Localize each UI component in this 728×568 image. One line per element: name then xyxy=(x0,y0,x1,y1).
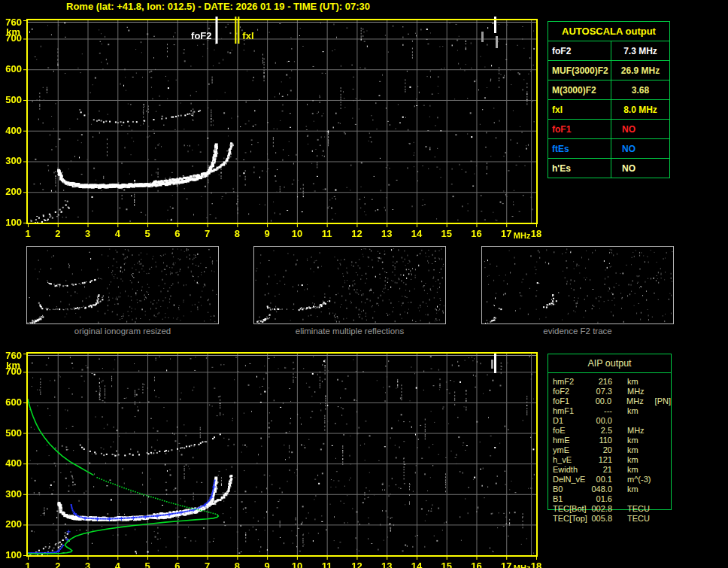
parameter-label: ftEs xyxy=(548,139,611,158)
autoscala-row-m-3000-f2: M(3000)F23.68 xyxy=(548,80,669,99)
parameter-value: 3.68 xyxy=(611,80,669,99)
aip-unit: MHz xyxy=(626,396,655,406)
aip-extra: [PN] xyxy=(655,396,671,406)
aip-unit xyxy=(627,494,656,504)
autoscala-row-muf-3000-f2: MUF(3000)F226.9 MHz xyxy=(548,60,669,80)
aip-label: DelN_vE xyxy=(553,475,587,484)
aip-row-b0: B0048.0km xyxy=(553,484,671,494)
aip-value: 110 xyxy=(587,436,612,445)
aip-label: TEC[Bot] xyxy=(553,504,587,514)
autoscala-row-h-es: h'EsNO xyxy=(548,158,669,178)
aip-value: 00.1 xyxy=(587,475,612,484)
aip-unit: km xyxy=(627,484,656,494)
aip-label: foF1 xyxy=(553,396,587,406)
thumbnail-original-ionogram xyxy=(26,246,219,324)
aip-row-h-ve: h_vE121km xyxy=(553,455,671,465)
aip-row-hme: hmE110km xyxy=(553,436,671,445)
page-title: Rome (lat: +41.8, lon: 012.5) - DATE: 20… xyxy=(66,1,370,12)
autoscala-table-rows: foF27.3 MHzMUF(3000)F226.9 MHzM(3000)F23… xyxy=(548,41,669,178)
parameter-value: NO xyxy=(611,120,669,138)
bottom-ionogram-chart xyxy=(0,346,545,568)
aip-output-table: AIP output hmF2216kmfoF207.3MHzfoF100.0M… xyxy=(548,354,672,510)
aip-unit: TECU xyxy=(627,504,656,514)
autoscala-row-fof1: foF1NO xyxy=(548,119,669,138)
aip-row-foe: foE2.5MHz xyxy=(553,426,671,436)
aip-value: 01.6 xyxy=(587,494,612,504)
thumbnail-evidence-canvas xyxy=(482,247,673,323)
aip-row-deln-ve: DelN_vE00.1m^(-3) xyxy=(553,475,671,484)
parameter-label: M(3000)F2 xyxy=(548,80,611,99)
aip-row-d1: D100.0 xyxy=(553,416,671,426)
aip-value: 002.8 xyxy=(587,504,612,514)
aip-label: foF2 xyxy=(553,387,587,396)
aip-row-tec-top-: TEC[Top]005.8TECU xyxy=(553,514,671,524)
parameter-label: foF2 xyxy=(548,41,611,60)
autoscala-output-table: AUTOSCALA output foF27.3 MHzMUF(3000)F22… xyxy=(548,21,670,178)
top-ionogram-chart xyxy=(0,14,545,239)
aip-value: 21 xyxy=(587,465,612,475)
thumbnail-original-canvas xyxy=(27,247,218,323)
thumbnail-caption-eliminate: eliminate multiple reflections xyxy=(253,327,446,336)
aip-row-hmf2: hmF2216km xyxy=(553,377,671,387)
aip-table-rows: hmF2216kmfoF207.3MHzfoF100.0MHz[PN]hmF1-… xyxy=(548,373,671,524)
aip-value: 005.8 xyxy=(587,514,612,524)
aip-unit: km xyxy=(627,377,656,387)
aip-row-b1: B101.6 xyxy=(553,494,671,504)
aip-value: 121 xyxy=(587,455,612,465)
aip-label: TEC[Top] xyxy=(553,514,587,524)
aip-label: ymE xyxy=(553,445,587,455)
parameter-value: 26.9 MHz xyxy=(611,61,669,80)
autoscala-row-ftes: ftEsNO xyxy=(548,138,669,158)
aip-label: D1 xyxy=(553,416,587,426)
aip-label: hmE xyxy=(553,436,587,445)
aip-unit: km xyxy=(627,465,656,475)
parameter-value: NO xyxy=(611,159,669,178)
aip-value: 00.0 xyxy=(587,416,612,426)
aip-unit: km xyxy=(627,436,656,445)
parameter-label: foF1 xyxy=(548,120,611,138)
aip-label: B1 xyxy=(553,494,587,504)
parameter-value: NO xyxy=(611,139,669,158)
aip-row-ewidth: Ewidth21km xyxy=(553,465,671,475)
aip-unit: km xyxy=(627,445,656,455)
thumbnail-eliminate-canvas xyxy=(254,247,445,323)
aip-row-fof2: foF207.3MHz xyxy=(553,387,671,396)
autoscala-table-header: AUTOSCALA output xyxy=(548,22,669,41)
thumbnail-evidence-f2 xyxy=(481,246,674,324)
aip-unit xyxy=(627,416,656,426)
aip-row-fof1: foF100.0MHz[PN] xyxy=(553,396,671,406)
aip-row-tec-bot-: TEC[Bot]002.8TECU xyxy=(553,504,671,514)
parameter-value: 8.0 MHz xyxy=(611,100,669,119)
aip-row-hmf1: hmF1---km xyxy=(553,406,671,416)
aip-unit: m^(-3) xyxy=(627,475,656,484)
aip-table-header: AIP output xyxy=(548,354,671,373)
parameter-label: MUF(3000)F2 xyxy=(548,61,611,80)
aip-label: hmF2 xyxy=(553,377,587,387)
thumbnail-caption-evidence: evidence F2 trace xyxy=(481,327,674,336)
aip-value: 048.0 xyxy=(587,484,612,494)
autoscala-row-fof2: foF27.3 MHz xyxy=(548,41,669,60)
aip-value: 07.3 xyxy=(587,387,612,396)
aip-row-yme: ymE20km xyxy=(553,445,671,455)
aip-label: foE xyxy=(553,426,587,436)
aip-value: 2.5 xyxy=(587,426,612,436)
aip-value: 20 xyxy=(587,445,612,455)
aip-unit: MHz xyxy=(627,387,656,396)
aip-label: B0 xyxy=(553,484,587,494)
aip-value: 216 xyxy=(587,377,612,387)
aip-unit: km xyxy=(627,455,656,465)
aip-label: h_vE xyxy=(553,455,587,465)
aip-value: 00.0 xyxy=(587,396,611,406)
aip-unit: TECU xyxy=(627,514,656,524)
parameter-label: h'Es xyxy=(548,159,611,178)
aip-value: --- xyxy=(587,406,612,416)
thumbnail-caption-original: original ionogram resized xyxy=(26,327,219,336)
aip-unit: km xyxy=(627,406,656,416)
parameter-label: fxl xyxy=(548,100,611,119)
autoscala-row-fxl: fxl8.0 MHz xyxy=(548,99,669,119)
aip-unit: MHz xyxy=(627,426,656,436)
parameter-value: 7.3 MHz xyxy=(611,41,669,60)
thumbnail-eliminate-reflections xyxy=(253,246,446,324)
aip-label: hmF1 xyxy=(553,406,587,416)
autoscala-screen: { "title": "Rome (lat: +41.8, lon: 012.5… xyxy=(0,0,728,568)
